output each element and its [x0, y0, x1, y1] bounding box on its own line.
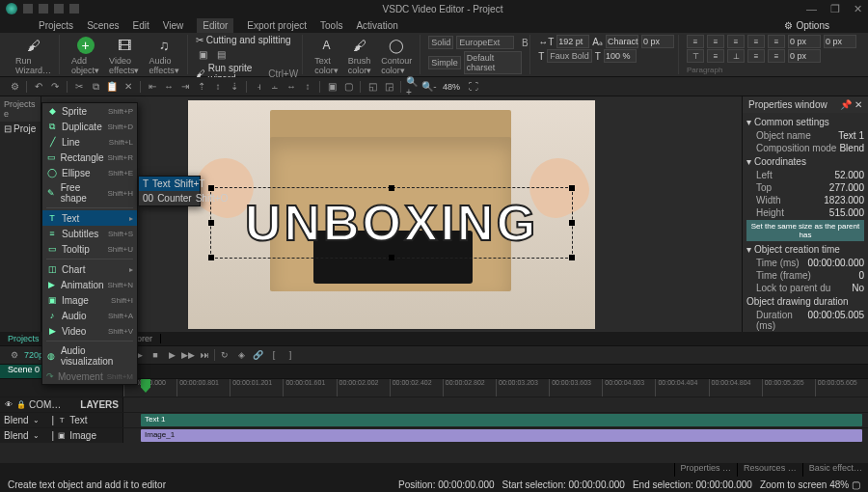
menu-freeshape[interactable]: ✎Free shapeShift+H: [42, 180, 137, 205]
ts-sizew-icon[interactable]: ↔: [285, 80, 298, 94]
align-just-icon[interactable]: ≡: [747, 35, 765, 48]
menu-line[interactable]: ╱LineShift+L: [42, 134, 137, 150]
menu-chart[interactable]: ◫Chart▸: [42, 261, 137, 277]
handle-bm[interactable]: [389, 255, 394, 260]
menu-activation[interactable]: Activation: [356, 20, 397, 31]
align-left-icon[interactable]: ≡: [687, 35, 704, 48]
tp-next-icon[interactable]: ▶: [165, 348, 178, 362]
menu-rectangle[interactable]: ▭RectangleShift+R: [42, 150, 137, 165]
charact-dropdown[interactable]: Charact: [606, 35, 638, 48]
ts-fit-icon[interactable]: ⛶: [467, 80, 480, 94]
contour-color-button[interactable]: ◯Contour color▾: [377, 35, 416, 77]
align-dist-icon[interactable]: ≡: [768, 35, 785, 48]
prop-lockp[interactable]: No: [852, 283, 864, 293]
para-input-3[interactable]: 0 px: [788, 49, 821, 63]
handle-ml[interactable]: [208, 220, 214, 226]
run-wizard-button[interactable]: 🖌Run Wizard…: [12, 35, 55, 77]
tp-link-icon[interactable]: 🔗: [251, 348, 264, 362]
prop-height[interactable]: 515.000: [829, 207, 864, 218]
ts-copy-icon[interactable]: ⧉: [89, 80, 102, 94]
track-header-image[interactable]: Blend⌄|▣Image: [0, 428, 123, 443]
track-header-com[interactable]: 👁🔒 COM…LAYERS: [0, 397, 123, 412]
menu-image[interactable]: ▣ImageShift+I: [42, 292, 137, 308]
ts-undo-icon[interactable]: ↶: [32, 80, 45, 94]
tracking-input[interactable]: 192 pt: [556, 35, 589, 48]
text-color-button[interactable]: AText color▾: [311, 35, 342, 77]
tp-stop-icon[interactable]: ■: [149, 348, 162, 362]
fauxbold-dropdown[interactable]: Faux Bold: [547, 49, 592, 63]
section-coords[interactable]: ▾Coordinates: [746, 154, 864, 169]
menu-video[interactable]: ▶VideoShift+V: [42, 323, 137, 339]
pin-icon[interactable]: 📌 ✕: [840, 99, 862, 110]
px-input-1[interactable]: 0 px: [641, 35, 674, 48]
valign-4-icon[interactable]: ≡: [747, 49, 765, 63]
video-effects-button[interactable]: 🎞Video effects▾: [105, 35, 143, 77]
menu-audiovis[interactable]: ◍Audio visualization: [42, 343, 137, 369]
ts-del-icon[interactable]: ✕: [122, 80, 135, 94]
lock-icon[interactable]: 🔒: [16, 400, 26, 410]
prop-compmode[interactable]: Blend: [839, 143, 864, 153]
prop-timems[interactable]: 00:00:00.000: [808, 258, 864, 268]
submenu-counter[interactable]: 00CounterShift+O: [139, 191, 200, 205]
ts-group-icon[interactable]: ▣: [325, 80, 339, 94]
menu-view[interactable]: View: [163, 20, 184, 31]
prop-timefr[interactable]: 0: [858, 270, 864, 281]
project-tree-root[interactable]: ⊟Proje: [0, 122, 41, 136]
menu-projects[interactable]: Projects: [39, 20, 73, 31]
maximize-button[interactable]: ❐: [830, 3, 840, 15]
menu-subtitles[interactable]: ≡SubtitlesShift+S: [42, 226, 137, 241]
prop-width[interactable]: 1823.000: [824, 195, 864, 205]
ts-alignc-icon[interactable]: ↔: [162, 80, 176, 94]
pct-input[interactable]: 100 %: [604, 49, 637, 63]
ts-zoomout-icon[interactable]: 🔍-: [422, 80, 436, 94]
qa-menu-icon[interactable]: [69, 4, 79, 14]
valign-5-icon[interactable]: ≡: [768, 49, 785, 63]
menu-tooltip[interactable]: ▭TooltipShift+U: [42, 241, 137, 257]
prop-durms[interactable]: 00:00:05.005: [808, 310, 864, 331]
prop-left[interactable]: 52.000: [834, 170, 864, 180]
bold-icon[interactable]: B: [517, 35, 532, 50]
para-input-2[interactable]: 0 px: [824, 35, 856, 48]
menu-tools[interactable]: Tools: [320, 20, 342, 31]
section-drawing[interactable]: Object drawing duration: [746, 294, 864, 309]
overlay-text[interactable]: UNBOXING: [211, 188, 572, 258]
tp-snap-icon[interactable]: ◈: [234, 348, 248, 362]
qa-redo-icon[interactable]: [54, 4, 64, 14]
solid-dropdown[interactable]: Solid: [428, 36, 453, 49]
prop-top[interactable]: 277.000: [829, 182, 864, 193]
section-creation[interactable]: ▾Object creation time: [746, 242, 864, 257]
menu-scenes[interactable]: Scenes: [87, 20, 119, 31]
handle-bl[interactable]: [208, 255, 214, 260]
handle-tl[interactable]: [208, 185, 214, 191]
add-object-button[interactable]: +Add object▾: [68, 35, 103, 77]
ts-alignm-icon[interactable]: ↕: [211, 80, 225, 94]
handle-br[interactable]: [569, 255, 575, 260]
tp-mark-in-icon[interactable]: [: [267, 348, 281, 362]
text-selection-box[interactable]: UNBOXING: [210, 187, 573, 259]
tp-loop-icon[interactable]: ↻: [218, 348, 231, 362]
prop-objectname[interactable]: Text 1: [838, 130, 864, 141]
clip-image-1[interactable]: Image_1: [141, 429, 862, 442]
ts-alignt-icon[interactable]: ⇡: [195, 80, 208, 94]
eye-icon[interactable]: 👁: [4, 400, 14, 410]
bt-properties[interactable]: Properties …: [674, 463, 738, 477]
menu-ellipse[interactable]: ◯EllipseShift+E: [42, 165, 137, 180]
menu-export[interactable]: Export project: [247, 20, 307, 31]
font-dropdown[interactable]: EuropeExt: [456, 36, 514, 49]
ts-gear-icon[interactable]: ⚙: [8, 80, 21, 94]
charset-dropdown[interactable]: Default charset: [464, 51, 522, 74]
audio-effects-button[interactable]: ♫Audio effects▾: [145, 35, 182, 77]
bt-basic-effect[interactable]: Basic effect…: [802, 463, 868, 477]
qa-undo-icon[interactable]: [39, 4, 48, 14]
qa-save-icon[interactable]: [23, 4, 33, 14]
handle-tr[interactable]: [569, 185, 575, 191]
submenu-text[interactable]: TTextShift+T: [139, 177, 200, 191]
ts-disth-icon[interactable]: ⫞: [252, 80, 265, 94]
tp-settings-icon[interactable]: ⚙: [8, 348, 21, 362]
set-same-size-button[interactable]: Set the same size as the parent has: [746, 220, 864, 241]
valign-top-icon[interactable]: ⊤: [687, 49, 704, 63]
handle-mr[interactable]: [569, 220, 575, 226]
ts-alignr-icon[interactable]: ⇥: [178, 80, 192, 94]
menu-sprite[interactable]: ◆SpriteShift+P: [42, 103, 137, 119]
canvas[interactable]: UNBOXING: [41, 96, 742, 332]
